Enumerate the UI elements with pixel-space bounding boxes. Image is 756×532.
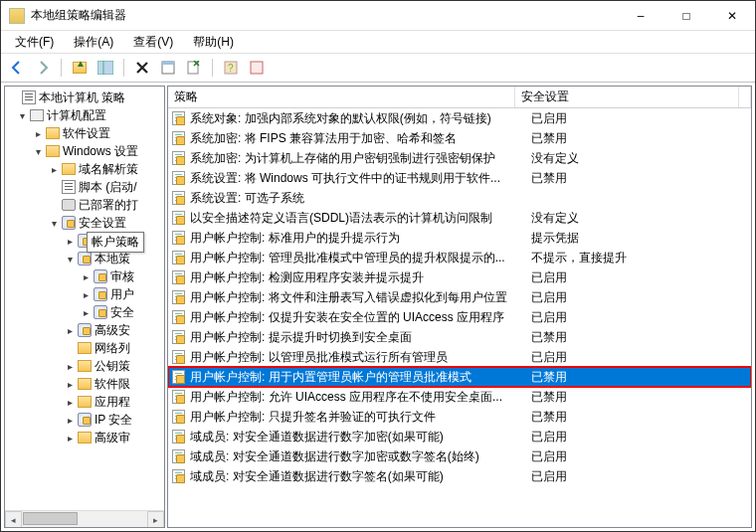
export-button[interactable] [182, 56, 206, 80]
policy-row[interactable]: 系统设置: 可选子系统 [168, 188, 751, 208]
minimize-button[interactable]: – [618, 1, 663, 31]
up-level-button[interactable]: ▲ [68, 56, 92, 80]
policy-setting: 已禁用 [527, 170, 751, 187]
close-button[interactable]: ✕ [709, 1, 755, 31]
policy-setting: 已启用 [527, 349, 751, 366]
policy-row[interactable]: 系统加密: 将 FIPS 兼容算法用于加密、哈希和签名已禁用 [168, 128, 751, 148]
tree-horizontal-scrollbar[interactable]: ◂▸ [5, 510, 164, 527]
svg-rect-0 [97, 61, 113, 75]
policy-name: 系统加密: 为计算机上存储的用户密钥强制进行强密钥保护 [190, 150, 527, 167]
menu-help[interactable]: 帮助(H) [183, 32, 244, 53]
tree-label: Windows 设置 [63, 143, 138, 160]
policy-name: 系统设置: 可选子系统 [190, 190, 527, 207]
tree-label: 公钥策 [94, 358, 130, 375]
column-header-policy[interactable]: 策略 [168, 87, 515, 107]
policy-setting: 提示凭据 [527, 230, 751, 247]
policy-row[interactable]: 用户帐户控制: 标准用户的提升提示行为提示凭据 [168, 228, 751, 248]
policy-name: 用户帐户控制: 检测应用程序安装并提示提升 [190, 269, 527, 286]
tree-label: 用户 [110, 286, 134, 303]
tree-advanced-audit[interactable]: ▸高级审 [5, 429, 164, 446]
policy-row[interactable]: 用户帐户控制: 仅提升安装在安全位置的 UIAccess 应用程序已启用 [168, 307, 751, 327]
menu-action[interactable]: 操作(A) [64, 32, 123, 53]
policy-row[interactable]: 域成员: 对安全通道数据进行数字加密或数字签名(始终)已启用 [168, 446, 751, 466]
tree-audit[interactable]: ▸审核 [5, 267, 164, 285]
maximize-button[interactable]: □ [663, 1, 709, 31]
navigation-tree[interactable]: 本地计算机 策略 ▾计算机配置 ▸软件设置 ▾Windows 设置 ▸域名解析策… [4, 86, 165, 528]
policy-row[interactable]: 用户帐户控制: 将文件和注册表写入错误虚拟化到每用户位置已启用 [168, 287, 751, 307]
tree-root[interactable]: 本地计算机 策略 [5, 89, 164, 106]
policy-setting: 已启用 [527, 309, 751, 326]
tree-app-control[interactable]: ▸应用程 [5, 393, 164, 411]
policy-icon [170, 389, 186, 405]
policy-icon [170, 210, 186, 226]
delete-button[interactable] [130, 56, 154, 80]
policy-row[interactable]: 用户帐户控制: 检测应用程序安装并提示提升已启用 [168, 267, 751, 287]
menu-view[interactable]: 查看(V) [123, 32, 183, 53]
tree-software-restrict[interactable]: ▸软件限 [5, 375, 164, 393]
policy-row[interactable]: 用户帐户控制: 只提升签名并验证的可执行文件已禁用 [168, 407, 751, 427]
policy-name: 用户帐户控制: 将文件和注册表写入错误虚拟化到每用户位置 [190, 289, 527, 306]
policy-icon [170, 429, 186, 444]
help-button[interactable]: ? [219, 56, 243, 80]
tree-windows-settings[interactable]: ▾Windows 设置 [5, 142, 164, 160]
policy-row[interactable]: 用户帐户控制: 以管理员批准模式运行所有管理员已启用 [168, 347, 751, 367]
tree-label: 域名解析策 [79, 161, 138, 178]
tree-dns-policy[interactable]: ▸域名解析策 [5, 160, 164, 178]
back-button[interactable] [5, 56, 29, 80]
policy-icon [170, 309, 186, 325]
column-header-setting[interactable]: 安全设置 [515, 87, 739, 107]
forward-button[interactable] [31, 56, 55, 80]
tree-advanced-security[interactable]: ▸高级安 [5, 321, 164, 339]
policy-row[interactable]: 用户帐户控制: 用于内置管理员帐户的管理员批准模式已禁用 [168, 367, 751, 387]
policy-name: 用户帐户控制: 允许 UIAccess 应用程序在不使用安全桌面... [190, 389, 527, 406]
tree-security-settings[interactable]: ▾安全设置 [5, 214, 164, 232]
show-hide-tree-button[interactable] [94, 56, 117, 80]
policy-row[interactable]: 系统对象: 加强内部系统对象的默认权限(例如，符号链接)已启用 [168, 108, 751, 128]
tree-software-settings[interactable]: ▸软件设置 [5, 124, 164, 142]
policy-name: 用户帐户控制: 以管理员批准模式运行所有管理员 [190, 349, 527, 366]
tree-ip-security[interactable]: ▸IP 安全 [5, 411, 164, 429]
policy-name: 系统设置: 将 Windows 可执行文件中的证书规则用于软件... [190, 170, 527, 187]
policy-row[interactable]: 系统设置: 将 Windows 可执行文件中的证书规则用于软件...已禁用 [168, 168, 751, 188]
policy-icon [170, 190, 186, 206]
tree-user-rights[interactable]: ▸用户 [5, 285, 164, 303]
policy-row[interactable]: 用户帐户控制: 提示提升时切换到安全桌面已禁用 [168, 327, 751, 347]
policy-setting: 已启用 [527, 269, 751, 286]
policy-setting: 已禁用 [527, 369, 751, 386]
policy-row[interactable]: 以安全描述符定义语言(SDDL)语法表示的计算机访问限制没有定义 [168, 208, 751, 228]
policy-icon [170, 150, 186, 166]
policy-row[interactable]: 用户帐户控制: 允许 UIAccess 应用程序在不使用安全桌面...已禁用 [168, 387, 751, 407]
policy-row[interactable]: 系统加密: 为计算机上存储的用户密钥强制进行强密钥保护没有定义 [168, 148, 751, 168]
tree-label: 高级安 [94, 322, 130, 339]
window-title: 本地组策略编辑器 [31, 7, 618, 24]
policy-setting: 没有定义 [527, 150, 751, 167]
list-header: 策略 安全设置 [168, 87, 751, 108]
tree-public-key[interactable]: ▸公钥策 [5, 357, 164, 375]
policy-setting: 已禁用 [527, 130, 751, 147]
policy-setting: 不提示，直接提升 [527, 250, 751, 266]
policy-row[interactable]: 用户帐户控制: 管理员批准模式中管理员的提升权限提示的...不提示，直接提升 [168, 248, 751, 267]
tree-scripts[interactable]: 脚本 (启动/ [5, 178, 164, 196]
menubar: 文件(F) 操作(A) 查看(V) 帮助(H) [1, 31, 755, 53]
tree-label: 安全设置 [79, 215, 126, 232]
policy-setting: 已启用 [527, 110, 751, 127]
policy-row[interactable]: 域成员: 对安全通道数据进行数字签名(如果可能)已启用 [168, 466, 751, 486]
policy-name: 域成员: 对安全通道数据进行数字签名(如果可能) [190, 468, 527, 485]
tree-security-options[interactable]: ▸安全 [5, 303, 164, 321]
properties-button[interactable] [156, 56, 180, 80]
policy-setting: 已启用 [527, 429, 751, 445]
tree-label: 本地策 [94, 251, 130, 267]
policy-name: 以安全描述符定义语言(SDDL)语法表示的计算机访问限制 [190, 210, 527, 227]
refresh-icon[interactable] [245, 56, 269, 80]
policy-setting: 已启用 [527, 448, 751, 465]
menu-file[interactable]: 文件(F) [5, 32, 64, 53]
svg-rect-7 [251, 62, 263, 74]
tree-network-list[interactable]: 网络列 [5, 339, 164, 357]
policy-name: 用户帐户控制: 管理员批准模式中管理员的提升权限提示的... [190, 250, 527, 266]
policy-list[interactable]: 系统对象: 加强内部系统对象的默认权限(例如，符号链接)已启用系统加密: 将 F… [168, 108, 751, 527]
policy-name: 用户帐户控制: 用于内置管理员帐户的管理员批准模式 [190, 369, 527, 386]
policy-row[interactable]: 域成员: 对安全通道数据进行数字加密(如果可能)已启用 [168, 427, 751, 446]
tree-computer-config[interactable]: ▾计算机配置 [5, 106, 164, 124]
tree-deployed[interactable]: 已部署的打 [5, 196, 164, 214]
policy-setting: 已启用 [527, 289, 751, 306]
